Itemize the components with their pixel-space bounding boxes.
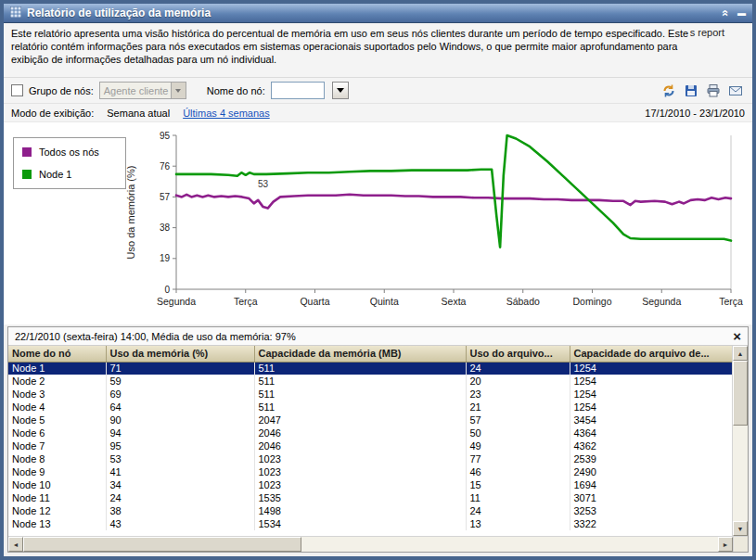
refresh-icon[interactable] — [660, 83, 676, 98]
details-panel: 22/1/2010 (sexta-feira) 14:00, Média de … — [7, 326, 749, 553]
node-group-select[interactable]: Agente cliente — [99, 82, 186, 99]
table-row[interactable]: Node 369511231254 — [8, 388, 732, 401]
svg-text:38: 38 — [160, 223, 171, 233]
table-row[interactable]: Node 8531023772539 — [8, 452, 732, 465]
svg-text:19: 19 — [160, 253, 171, 263]
svg-text:53: 53 — [258, 179, 269, 189]
node-name-input[interactable] — [271, 82, 325, 99]
report-description: Este relatório apresenta uma visão histó… — [4, 23, 752, 78]
details-grid: Nome do nóUso da memória (%)Capacidade d… — [8, 346, 732, 536]
window-title: Relatório de utilização da memória — [27, 6, 211, 19]
description-text: Este relatório apresenta uma visão histó… — [11, 28, 688, 65]
scroll-up-icon[interactable]: ▲ — [733, 346, 748, 361]
details-header: 22/1/2010 (sexta-feira) 14:00, Média de … — [8, 327, 748, 346]
chart-legend: Todos os nósNode 1 — [13, 137, 126, 189]
svg-text:Domingo: Domingo — [572, 296, 611, 307]
email-icon[interactable] — [727, 83, 743, 98]
last-4-weeks-link[interactable]: Últimas 4 semanas — [183, 108, 270, 119]
table-row[interactable]: Node 171511241254 — [8, 362, 732, 375]
chart-region: Todos os nósNode 1 01938577695SegundaTer… — [4, 122, 752, 325]
svg-text:Terça: Terça — [719, 296, 743, 307]
table-row[interactable]: Node 13431534133322 — [8, 517, 732, 530]
clipped-text: s report — [690, 26, 724, 39]
svg-text:Sexta: Sexta — [442, 296, 467, 307]
vertical-scroll-thumb[interactable] — [733, 361, 748, 426]
collapse-panel-icon[interactable]: « — [720, 9, 729, 16]
scroll-right-icon[interactable]: ► — [718, 537, 733, 552]
column-header[interactable]: Uso da memória (%) — [106, 346, 254, 362]
table-row[interactable]: Node 10341023151694 — [8, 478, 732, 491]
details-title: 22/1/2010 (sexta-feira) 14:00, Média de … — [15, 331, 296, 342]
column-header[interactable]: Nome do nó — [8, 346, 106, 362]
table-row[interactable]: Node 259511201254 — [8, 375, 732, 388]
svg-text:Segunda: Segunda — [157, 296, 196, 307]
scroll-left-icon[interactable]: ◄ — [8, 537, 23, 552]
svg-text:Uso da memória (%): Uso da memória (%) — [125, 166, 136, 260]
svg-text:76: 76 — [160, 161, 171, 172]
close-icon[interactable]: × — [733, 330, 741, 343]
svg-text:Terça: Terça — [234, 296, 258, 307]
view-mode-bar: Modo de exibição: Semana atual Últimas 4… — [4, 104, 752, 122]
node-name-label: Nome do nó: — [207, 85, 265, 96]
report-grid-icon — [10, 5, 21, 21]
legend-swatch — [22, 147, 32, 157]
legend-item: Todos os nós — [22, 146, 117, 158]
view-mode-current: Semana atual — [107, 108, 170, 119]
dash-icon[interactable]: ▬ — [737, 9, 746, 18]
column-header[interactable]: Capacidade da memória (MB) — [254, 346, 466, 362]
table-row[interactable]: Node 7952046494362 — [8, 439, 732, 452]
svg-text:95: 95 — [160, 131, 171, 141]
table-header-row: Nome do nóUso da memória (%)Capacidade d… — [8, 346, 732, 362]
chevron-down-icon — [171, 83, 186, 98]
column-header[interactable]: Capacidade do arquivo de... — [570, 346, 732, 362]
view-mode-label: Modo de exibição: — [11, 108, 94, 119]
legend-label: Node 1 — [39, 169, 71, 180]
svg-text:Quarta: Quarta — [300, 296, 329, 307]
node-name-dropdown-button[interactable] — [332, 82, 349, 99]
column-header[interactable]: Uso do arquivo... — [466, 346, 570, 362]
report-window: Relatório de utilização da memória « ▬ E… — [0, 0, 756, 560]
horizontal-scrollbar[interactable]: ◄ ► — [8, 536, 748, 552]
legend-swatch — [22, 170, 32, 179]
scroll-down-icon[interactable]: ▼ — [733, 521, 748, 536]
horizontal-scroll-thumb[interactable] — [23, 537, 301, 552]
table-row[interactable]: Node 464511211254 — [8, 401, 732, 414]
print-icon[interactable] — [705, 83, 721, 98]
date-range: 17/1/2010 - 23/1/2010 — [645, 108, 745, 119]
table-row[interactable]: Node 11241535113071 — [8, 491, 732, 504]
scrollbar-corner — [733, 537, 748, 552]
legend-label: Todos os nós — [39, 146, 99, 158]
vertical-scrollbar[interactable]: ▲ ▼ — [732, 346, 748, 536]
memory-chart[interactable]: 01938577695SegundaTerçaQuartaQuintaSexta… — [122, 124, 744, 323]
details-table-body: Node 171511241254Node 259511201254Node 3… — [8, 362, 732, 530]
svg-text:0: 0 — [164, 285, 170, 295]
node-group-label: Grupo de nós: — [29, 85, 94, 96]
details-table: Nome do nóUso da memória (%)Capacidade d… — [8, 346, 732, 530]
filter-bar: Grupo de nós: Agente cliente Nome do nó: — [4, 78, 752, 104]
title-bar: Relatório de utilização da memória « ▬ — [4, 4, 752, 23]
svg-text:Segunda: Segunda — [642, 296, 681, 307]
table-row[interactable]: Node 6942046504364 — [8, 426, 732, 439]
table-row[interactable]: Node 9411023462490 — [8, 465, 732, 478]
node-group-value: Agente cliente — [104, 85, 169, 96]
legend-item: Node 1 — [22, 169, 117, 180]
svg-text:Sábado: Sábado — [506, 296, 540, 307]
report-toolbar — [660, 83, 745, 98]
table-row[interactable]: Node 12381498243253 — [8, 504, 732, 517]
node-group-checkbox[interactable] — [11, 84, 23, 96]
svg-text:Quinta: Quinta — [370, 296, 399, 307]
svg-text:57: 57 — [160, 192, 171, 202]
table-row[interactable]: Node 5902047573454 — [8, 414, 732, 426]
save-icon[interactable] — [683, 83, 698, 98]
